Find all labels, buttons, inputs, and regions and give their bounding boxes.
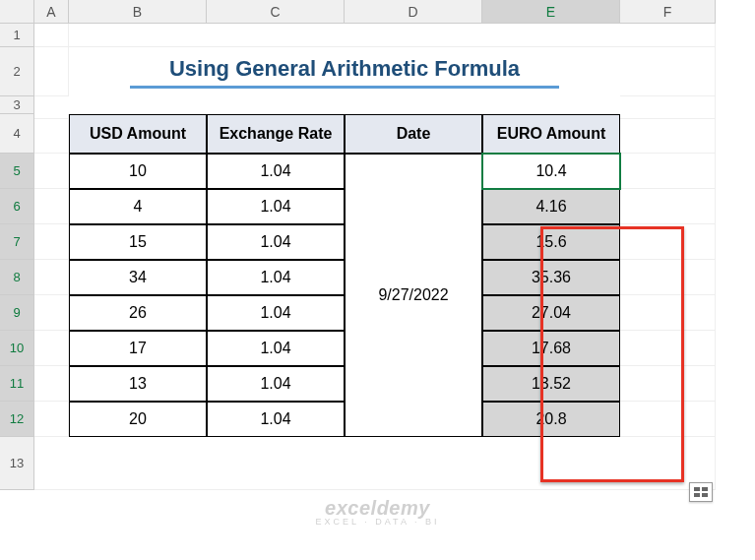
cell-B7[interactable]: 15	[69, 224, 207, 260]
row-header-6[interactable]: 6	[0, 189, 34, 224]
header-date[interactable]: Date	[345, 114, 482, 154]
cell-E11[interactable]: 13.52	[482, 366, 620, 402]
row-header-13[interactable]: 13	[0, 437, 34, 490]
cell-E10[interactable]: 17.68	[482, 331, 620, 366]
cell-C11[interactable]: 1.04	[207, 366, 345, 402]
cell-A2[interactable]	[34, 47, 69, 96]
cell-B10[interactable]: 17	[69, 331, 207, 366]
cell-A10[interactable]	[34, 331, 69, 366]
cell-F10[interactable]	[620, 331, 716, 366]
cell-F8[interactable]	[620, 260, 716, 295]
cell-F11[interactable]	[620, 366, 716, 402]
cell-A7[interactable]	[34, 224, 69, 260]
header-rate[interactable]: Exchange Rate	[207, 114, 345, 154]
row-header-5[interactable]: 5	[0, 154, 34, 189]
col-header-B[interactable]: B	[69, 0, 207, 24]
cell-A9[interactable]	[34, 295, 69, 331]
watermark-line1: exceldemy	[316, 497, 440, 520]
svg-rect-1	[702, 487, 708, 491]
cell-A12[interactable]	[34, 402, 69, 437]
svg-rect-2	[694, 493, 700, 497]
row-header-1[interactable]: 1	[0, 24, 34, 47]
row-header-2[interactable]: 2	[0, 47, 34, 96]
cell-E6[interactable]: 4.16	[482, 189, 620, 224]
cell-F5[interactable]	[620, 154, 716, 189]
cell-row13[interactable]	[34, 437, 716, 490]
title-cell[interactable]: Using General Arithmetic Formula	[69, 47, 620, 96]
row-header-10[interactable]: 10	[0, 331, 34, 366]
row-header-3[interactable]: 3	[0, 96, 34, 114]
cell-C5[interactable]: 1.04	[207, 154, 345, 189]
cell-row1[interactable]	[69, 24, 716, 47]
cell-B11[interactable]: 13	[69, 366, 207, 402]
cell-F9[interactable]	[620, 295, 716, 331]
header-usd[interactable]: USD Amount	[69, 114, 207, 154]
cell-F2[interactable]	[620, 47, 716, 96]
row-header-11[interactable]: 11	[0, 366, 34, 402]
col-header-C[interactable]: C	[207, 0, 345, 24]
row-header-8[interactable]: 8	[0, 260, 34, 295]
cell-F7[interactable]	[620, 224, 716, 260]
cell-E5[interactable]: 10.4	[482, 154, 620, 189]
cell-E9[interactable]: 27.04	[482, 295, 620, 331]
cell-F12[interactable]	[620, 402, 716, 437]
cell-F4[interactable]	[620, 114, 716, 154]
cell-C6[interactable]: 1.04	[207, 189, 345, 224]
cell-C12[interactable]: 1.04	[207, 402, 345, 437]
spreadsheet-grid[interactable]: A B C D E F 1 2 Using General Arithmetic…	[0, 0, 755, 490]
cell-A8[interactable]	[34, 260, 69, 295]
cell-C9[interactable]: 1.04	[207, 295, 345, 331]
col-header-E[interactable]: E	[482, 0, 620, 24]
svg-rect-0	[694, 487, 700, 491]
cell-B12[interactable]: 20	[69, 402, 207, 437]
row-header-7[interactable]: 7	[0, 224, 34, 260]
cell-E7[interactable]: 15.6	[482, 224, 620, 260]
cell-B6[interactable]: 4	[69, 189, 207, 224]
cell-D5-D12[interactable]: 9/27/2022	[345, 154, 482, 437]
cell-C7[interactable]: 1.04	[207, 224, 345, 260]
cell-E8[interactable]: 35.36	[482, 260, 620, 295]
cell-C10[interactable]: 1.04	[207, 331, 345, 366]
cell-C8[interactable]: 1.04	[207, 260, 345, 295]
cell-A4[interactable]	[34, 114, 69, 154]
watermark: exceldemy EXCEL · DATA · BI	[316, 497, 440, 527]
col-header-D[interactable]: D	[345, 0, 482, 24]
cell-E12[interactable]: 20.8	[482, 402, 620, 437]
autofill-options-icon[interactable]	[689, 482, 713, 502]
watermark-line2: EXCEL · DATA · BI	[316, 517, 440, 527]
cell-A6[interactable]	[34, 189, 69, 224]
cell-F6[interactable]	[620, 189, 716, 224]
select-all-corner[interactable]	[0, 0, 34, 24]
cell-A11[interactable]	[34, 366, 69, 402]
cell-B9[interactable]: 26	[69, 295, 207, 331]
row-header-12[interactable]: 12	[0, 402, 34, 437]
header-euro[interactable]: EURO Amount	[482, 114, 620, 154]
row-header-9[interactable]: 9	[0, 295, 34, 331]
cell-A1[interactable]	[34, 24, 69, 47]
col-header-F[interactable]: F	[620, 0, 716, 24]
row-header-4[interactable]: 4	[0, 114, 34, 154]
sheet-title: Using General Arithmetic Formula	[130, 56, 559, 89]
col-header-A[interactable]: A	[34, 0, 69, 24]
cell-B5[interactable]: 10	[69, 154, 207, 189]
cell-A5[interactable]	[34, 154, 69, 189]
svg-rect-3	[702, 493, 708, 497]
cell-B8[interactable]: 34	[69, 260, 207, 295]
